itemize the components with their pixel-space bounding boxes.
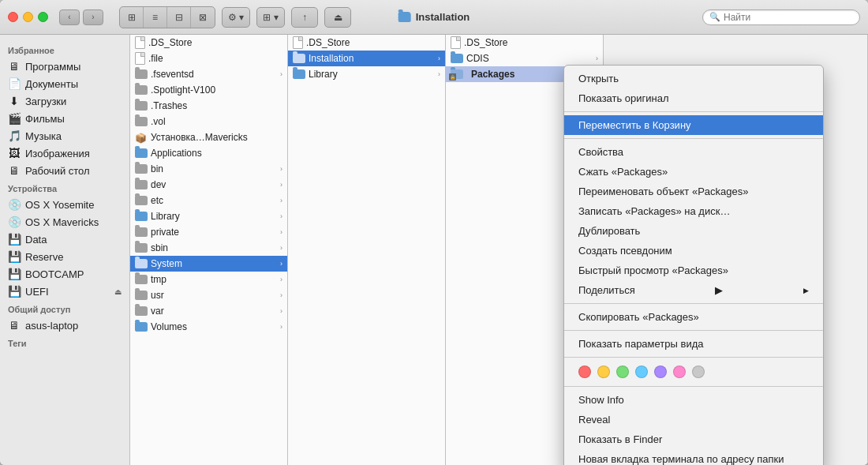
sidebar: Избранное 🖥 Программы 📄 Документы ⬇ Загр… (0, 35, 130, 465)
file-icon-ds-store-2 (293, 36, 303, 49)
color-dot-purple[interactable] (654, 366, 667, 378)
sidebar-section-devices: Устройства (0, 179, 129, 196)
arrow-installation: › (438, 54, 440, 62)
file-item-spotlight[interactable]: .Spotlight-V100 (130, 82, 287, 98)
menu-item-duplicate[interactable]: Дублировать (564, 221, 823, 241)
menu-item-open[interactable]: Открыть (564, 69, 823, 88)
sidebar-item-uefi[interactable]: 💾 UEFI ⏏ (0, 283, 129, 300)
file-item-trashes[interactable]: .Trashes (130, 98, 287, 114)
color-dot-blue[interactable] (635, 366, 648, 378)
arrow-private: › (280, 228, 282, 236)
color-dot-pink[interactable] (673, 366, 686, 378)
sidebar-item-images[interactable]: 🖼 Изображения (0, 144, 129, 162)
color-dot-orange[interactable] (597, 366, 610, 378)
sidebar-section-shared: Общий доступ (0, 300, 129, 317)
menu-item-properties[interactable]: Свойства (564, 142, 823, 162)
sidebar-item-music[interactable]: 🎵 Музыка (0, 127, 129, 144)
sidebar-item-reserve[interactable]: 💾 Reserve (0, 248, 129, 265)
column-view-btn[interactable]: ⊟ (167, 7, 191, 28)
share-button[interactable]: ↑ (291, 7, 318, 28)
file-item-usr[interactable]: usr › (130, 287, 287, 303)
file-item-applications[interactable]: Applications (130, 145, 287, 161)
file-item-bin[interactable]: bin › (130, 161, 287, 177)
close-button[interactable] (8, 12, 18, 22)
sidebar-item-asus-laptop[interactable]: 🖥 asus-laptop (0, 317, 129, 334)
search-bar[interactable]: 🔍 (702, 9, 860, 25)
sidebar-item-downloads[interactable]: ⬇ Загрузки (0, 92, 129, 110)
file-item-ds-store-1[interactable]: .DS_Store (130, 35, 287, 51)
color-dot-gray[interactable] (692, 366, 705, 378)
arrow-library-2: › (438, 70, 440, 78)
menu-item-copy[interactable]: Скопировать «Packages» (564, 307, 823, 327)
search-input[interactable] (724, 12, 853, 23)
arrow-fseventsd: › (280, 70, 282, 78)
file-item-installation[interactable]: Installation › (288, 51, 445, 66)
file-item-installation-mavericks[interactable]: 📦 Установка…Mavericks (130, 129, 287, 145)
menu-item-view-options[interactable]: Показать параметры вида (564, 334, 823, 354)
sidebar-item-movies[interactable]: 🎬 Фильмы (0, 110, 129, 127)
menu-item-rename[interactable]: Переименовать объект «Packages» (564, 182, 823, 201)
arrange-button[interactable]: ⊞ ▾ (256, 7, 285, 28)
file-item-library-2[interactable]: Library › (288, 66, 445, 82)
menu-item-burn[interactable]: Записать «Packages» на диск… (564, 201, 823, 221)
file-item-ds-store-3[interactable]: .DS_Store (446, 35, 603, 51)
color-dot-red[interactable] (578, 366, 591, 378)
file-item-var[interactable]: var › (130, 303, 287, 319)
arrow-dev: › (280, 181, 282, 189)
nav-buttons: ‹ › (59, 9, 103, 25)
menu-separator-1 (564, 111, 823, 112)
file-item-system[interactable]: System › (130, 256, 287, 272)
sidebar-item-bootcamp[interactable]: 💾 BOOTCAMP (0, 265, 129, 283)
menu-item-move-to-trash[interactable]: Переместить в Корзину (564, 115, 823, 135)
menu-item-compress[interactable]: Сжать «Packages» (564, 162, 823, 182)
action-button[interactable]: ⚙ ▾ (222, 7, 250, 28)
sidebar-item-osx-mavericks[interactable]: 💿 OS X Mavericks (0, 213, 129, 231)
file-item-dev[interactable]: dev › (130, 177, 287, 193)
sidebar-item-programs[interactable]: 🖥 Программы (0, 58, 129, 75)
bootcamp-icon: 💾 (8, 268, 21, 280)
minimize-button[interactable] (23, 12, 33, 22)
menu-item-show-in-finder[interactable]: Показать в Finder (564, 429, 823, 449)
menu-item-alias[interactable]: Создать псевдоним (564, 241, 823, 261)
sidebar-item-documents[interactable]: 📄 Документы (0, 75, 129, 92)
window-title: Installation (398, 11, 470, 23)
file-item-sbin[interactable]: sbin › (130, 240, 287, 256)
menu-item-quicklook[interactable]: Быстрый просмотр «Packages» (564, 261, 823, 280)
arrow-sbin: › (280, 244, 282, 252)
file-item-ds-store-2[interactable]: .DS_Store (288, 35, 445, 51)
file-item-etc[interactable]: etc › (130, 193, 287, 208)
sidebar-section-tags: Теги (0, 334, 129, 351)
file-item-cdis[interactable]: CDIS › (446, 51, 603, 66)
color-dots-row (564, 361, 823, 383)
menu-item-show-info[interactable]: Show Info (564, 390, 823, 410)
file-item-file[interactable]: .file (130, 51, 287, 66)
list-view-btn[interactable]: ≡ (144, 7, 167, 28)
file-item-library-1[interactable]: Library › (130, 208, 287, 224)
sidebar-item-desktop[interactable]: 🖥 Рабочий стол (0, 162, 129, 179)
traffic-lights (8, 12, 48, 22)
coverflow-view-btn[interactable]: ⊠ (191, 7, 215, 28)
menu-item-reveal-original[interactable]: Показать оригинал (564, 88, 823, 108)
file-column-2: .DS_Store Installation › Library › (288, 35, 446, 465)
file-item-private[interactable]: private › (130, 224, 287, 240)
file-item-fseventsd[interactable]: .fseventsd › (130, 66, 287, 82)
arrow-tmp: › (280, 276, 282, 283)
file-item-volumes[interactable]: Volumes › (130, 319, 287, 335)
color-dot-green[interactable] (616, 366, 629, 378)
asus-laptop-icon: 🖥 (8, 319, 21, 332)
sidebar-item-osx-yosemite[interactable]: 💿 OS X Yosemite (0, 196, 129, 213)
back-button[interactable]: ‹ (59, 9, 80, 25)
file-item-tmp[interactable]: tmp › (130, 272, 287, 287)
menu-item-share[interactable]: Поделиться ▶ (564, 280, 823, 300)
maximize-button[interactable] (38, 12, 48, 22)
menu-item-reveal[interactable]: Reveal (564, 410, 823, 429)
eject-button[interactable]: ⏏ (324, 7, 351, 28)
share-submenu-arrow: ▶ (715, 284, 723, 296)
forward-button[interactable]: › (83, 9, 103, 25)
icon-view-btn[interactable]: ⊞ (120, 7, 144, 28)
toolbar-icons: ⊞ ≡ ⊟ ⊠ ⚙ ▾ ⊞ ▾ ↑ ⏏ (119, 6, 351, 28)
file-item-vol[interactable]: .vol (130, 114, 287, 129)
menu-item-new-terminal[interactable]: Новая вкладка терминала по адресу папки (564, 449, 823, 465)
sidebar-item-data[interactable]: 💾 Data (0, 231, 129, 248)
arrow-cdis: › (596, 54, 598, 62)
